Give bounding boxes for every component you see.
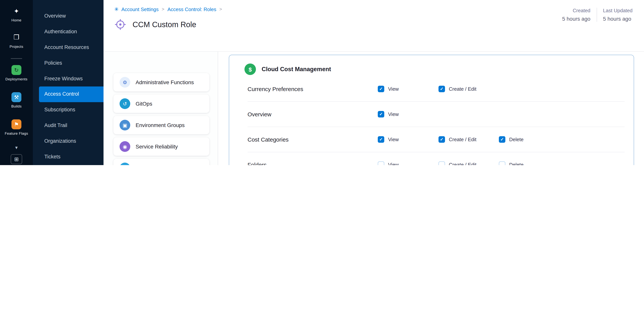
permissions-pane: $ Cloud Cost Management Currency Prefere… — [218, 52, 644, 165]
last-updated-column: Last Updated 5 hours ago — [597, 8, 639, 22]
permission-row-currency-preferences: Currency PreferencesViewCreate / Edit — [248, 77, 624, 102]
permission-label[interactable]: Delete — [509, 137, 524, 142]
environment-groups-icon: ▣ — [120, 120, 130, 130]
feature-flags-icon: ⚑ — [12, 119, 22, 129]
created-value: 5 hours ago — [562, 16, 590, 22]
administrative-functions-icon: ⚙ — [120, 77, 130, 88]
permission-label[interactable]: Delete — [509, 162, 524, 165]
rail-item-deployments[interactable]: ↻Deployments — [0, 63, 33, 84]
sidebar-item-overview[interactable]: Overview — [33, 9, 104, 24]
sidebar-item-account-resources[interactable]: Account Resources — [33, 40, 104, 56]
permissions-card-header: $ Cloud Cost Management — [244, 64, 624, 75]
deployments-icon: ↻ — [12, 65, 22, 75]
permission-label[interactable]: Create / Edit — [449, 137, 476, 142]
module-card-environment-groups[interactable]: ▣Environment Groups — [114, 116, 209, 134]
rail-item-label: Feature Flags — [5, 131, 28, 136]
permission-cell: Delete — [499, 161, 624, 165]
rail-item-builds[interactable]: ⚒Builds — [0, 90, 33, 111]
permission-row-folders: FoldersViewCreate / EditDelete — [248, 152, 624, 165]
rail-item-label: Projects — [10, 44, 23, 49]
gitops-icon: ↺ — [120, 98, 130, 109]
chevron-down-icon[interactable]: ▾ — [15, 145, 18, 150]
module-label: Service Reliability — [136, 143, 178, 149]
permission-rows: Currency PreferencesViewCreate / EditOve… — [248, 77, 624, 165]
permissions-card: $ Cloud Cost Management Currency Prefere… — [229, 55, 634, 165]
breadcrumb-link[interactable]: Access Control: Roles — [168, 6, 216, 12]
module-label: GitOps — [136, 101, 152, 107]
sidebar-item-subscriptions[interactable]: Subscriptions — [33, 102, 104, 118]
checkbox-cost-categories-view[interactable] — [378, 136, 384, 143]
service-reliability-icon: ◉ — [120, 141, 130, 152]
breadcrumb-link[interactable]: Account Settings — [121, 6, 158, 12]
resource-name: Cost Categories — [248, 136, 378, 143]
checkbox-overview-view[interactable] — [378, 111, 384, 117]
checkbox-currency-preferences-create-edit[interactable] — [438, 86, 445, 92]
checkbox-cost-categories-create-edit[interactable] — [438, 136, 445, 143]
cloud-cost-management-title-icon: $ — [244, 64, 256, 75]
breadcrumb-links: Account Settings>Access Control: Roles> — [121, 6, 222, 12]
left-rail-mid: ↻Deployments⚒Builds⚑Feature Flags — [0, 63, 33, 138]
permission-cell: Delete — [499, 136, 624, 143]
last-updated-value: 5 hours ago — [603, 16, 632, 22]
permission-row-overview: OverviewView — [248, 102, 624, 127]
sidebar-item-freeze-windows[interactable]: Freeze Windows — [33, 71, 104, 87]
breadcrumb-separator: > — [162, 7, 164, 12]
checkbox-folders-delete[interactable] — [499, 161, 505, 165]
page-title: CCM Custom Role — [132, 20, 196, 29]
module-card-gitops[interactable]: ↺GitOps — [114, 94, 209, 113]
permission-cell: View — [378, 86, 438, 92]
checkbox-folders-create-edit[interactable] — [438, 161, 445, 165]
module-label: Environment Groups — [136, 122, 185, 128]
left-rail-top: ✦Home❒Projects — [0, 4, 33, 51]
builds-icon: ⚒ — [12, 92, 22, 102]
permission-label[interactable]: View — [388, 86, 399, 92]
permissions-title: Cloud Cost Management — [262, 66, 331, 73]
permission-label[interactable]: View — [388, 137, 399, 142]
checkbox-folders-view[interactable] — [378, 161, 384, 165]
permission-cell: Create / Edit — [438, 86, 499, 92]
services-icon: ◆ — [120, 162, 130, 165]
rail-item-projects[interactable]: ❒Projects — [0, 30, 33, 51]
rail-item-label: Home — [12, 18, 22, 23]
sidebar-item-policies[interactable]: Policies — [33, 55, 104, 71]
permission-cell: View — [378, 136, 438, 143]
permission-cell: Create / Edit — [438, 161, 499, 165]
permission-label[interactable]: View — [388, 162, 399, 165]
sidebar-item-organizations[interactable]: Organizations — [33, 133, 104, 149]
rail-divider — [11, 58, 22, 59]
checkbox-currency-preferences-view[interactable] — [378, 86, 384, 92]
created-column: Created 5 hours ago — [556, 8, 597, 22]
permission-cell: View — [378, 111, 438, 117]
sidebar-item-tickets[interactable]: Tickets — [33, 149, 104, 165]
main-content: ✳ Account Settings>Access Control: Roles… — [104, 0, 644, 165]
permission-label[interactable]: Create / Edit — [449, 162, 476, 165]
resource-name: Currency Preferences — [248, 86, 378, 92]
permission-label[interactable]: View — [388, 111, 399, 117]
checkbox-cost-categories-delete[interactable] — [499, 136, 505, 143]
sidebar-nav: OverviewAuthenticationAccount ResourcesP… — [33, 0, 104, 165]
module-grid-button[interactable]: ⊞ — [11, 154, 22, 164]
sidebar-item-access-control[interactable]: Access Control — [39, 87, 104, 102]
home-icon: ✦ — [12, 6, 22, 16]
rail-item-home[interactable]: ✦Home — [0, 4, 33, 25]
module-card-administrative-functions[interactable]: ⚙Administrative Functions — [114, 73, 209, 91]
rail-item-label: Builds — [11, 104, 22, 108]
permission-cell: Create / Edit — [438, 136, 499, 143]
permission-label[interactable]: Create / Edit — [449, 86, 476, 92]
created-updated-meta: Created 5 hours ago Last Updated 5 hours… — [556, 8, 639, 22]
left-rail: ✦Home❒Projects ↻Deployments⚒Builds⚑Featu… — [0, 0, 33, 165]
sidebar-item-authentication[interactable]: Authentication — [33, 24, 104, 40]
rail-item-feature-flags[interactable]: ⚑Feature Flags — [0, 117, 33, 138]
rail-item-label: Deployments — [5, 77, 27, 81]
permission-row-cost-categories: Cost CategoriesViewCreate / EditDelete — [248, 127, 624, 152]
module-list: ⚙Administrative Functions↺GitOps▣Environ… — [104, 52, 218, 165]
role-target-icon — [114, 18, 126, 31]
last-updated-label: Last Updated — [603, 8, 632, 13]
app-window: ✦Home❒Projects ↻Deployments⚒Builds⚑Featu… — [0, 0, 644, 165]
module-card-services[interactable]: ◆Services — [114, 159, 209, 165]
permission-cell: View — [378, 161, 438, 165]
created-label: Created — [562, 8, 590, 13]
sidebar-item-audit-trail[interactable]: Audit Trail — [33, 118, 104, 133]
module-card-service-reliability[interactable]: ◉Service Reliability — [114, 137, 209, 156]
settings-flower-icon: ✳ — [114, 6, 118, 12]
